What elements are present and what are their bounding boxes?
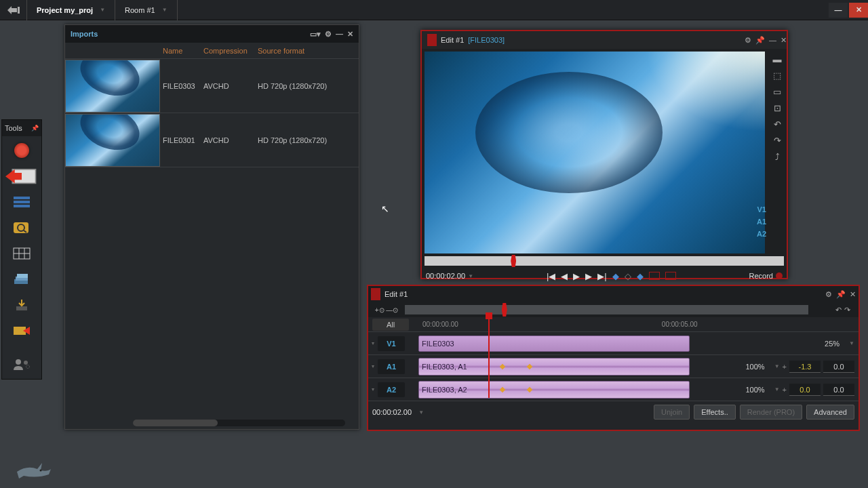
redo-icon[interactable]: ↷ (844, 306, 850, 314)
audio-clip[interactable]: FILE0303, A2 (418, 381, 690, 399)
timecode[interactable]: 00:00:02.00 (426, 272, 465, 280)
chevron-down-icon[interactable]: ▼ (849, 340, 854, 346)
video-clip[interactable]: FILE0303 (418, 336, 690, 352)
crop-icon[interactable]: ▭ (770, 85, 784, 98)
export-tool[interactable] (5, 319, 38, 342)
overview-marker[interactable] (502, 303, 507, 317)
preview-track-labels: V1 A1 A2 (757, 203, 766, 240)
svg-point-18 (26, 365, 30, 369)
import-row[interactable]: FILE0301 AVCHD HD 720p (868x488) (65, 113, 359, 167)
preview-footer: 00:00:02.00 ▼ |◀ ◀ ▶ ▶ ▶| ◆ ◇ ◆ Record (422, 266, 787, 286)
range-out-button[interactable] (665, 272, 676, 280)
mark-in-button[interactable]: ◆ (612, 271, 619, 281)
settings-icon[interactable]: ⚙ (325, 30, 332, 39)
chevron-down-icon[interactable]: ▼ (468, 273, 473, 279)
close-icon[interactable]: ✕ (781, 36, 787, 45)
settings-icon[interactable]: ⚙ (745, 36, 751, 45)
playhead[interactable] (488, 317, 490, 398)
zoom-controls[interactable]: +⊙ —⊙ (368, 306, 405, 314)
imports-header: Imports ▭▾ ⚙ — ✕ (65, 25, 359, 43)
svg-rect-14 (16, 306, 27, 310)
minimize-icon[interactable]: — (336, 30, 343, 39)
preview-scrubber[interactable] (425, 256, 784, 266)
chevron-down-icon: ▼ (162, 7, 167, 13)
room-dropdown[interactable]: Room #1 ▼ (115, 0, 178, 20)
record-tool[interactable] (5, 139, 38, 162)
video-preview[interactable] (425, 52, 765, 253)
gain-input[interactable]: 0.0 (823, 361, 854, 373)
timeline-panel: Edit #1 ⚙ 📌 ✕ +⊙ —⊙ ↶ ↷ All 00:00:00.00 … (367, 285, 860, 431)
mark-button[interactable]: ◇ (625, 271, 631, 281)
back-button[interactable] (0, 0, 27, 20)
minimize-button[interactable]: — (829, 3, 848, 18)
gain-input[interactable]: 0.0 (823, 384, 854, 396)
minimize-icon[interactable]: — (769, 36, 776, 45)
folder-icon[interactable]: ▬ (770, 53, 784, 65)
horizontal-scrollbar[interactable] (133, 420, 345, 426)
chevron-down-icon[interactable]: ▼ (418, 409, 424, 415)
timeline-header: Edit #1 ⚙ 📌 ✕ (368, 286, 859, 302)
users-tool[interactable] (5, 353, 38, 376)
record-button[interactable] (776, 272, 783, 279)
track-label[interactable]: A2 (378, 382, 405, 397)
pin-icon[interactable]: 📌 (836, 290, 846, 299)
render-button[interactable]: Render (PRO) (740, 405, 802, 420)
import-tool[interactable] (5, 165, 38, 188)
window-controls: — ✕ (827, 3, 868, 18)
expand-icon[interactable]: ▾ (368, 386, 378, 392)
timeline-tool[interactable] (5, 190, 38, 214)
chevron-down-icon[interactable]: ▼ (774, 363, 780, 369)
play-button[interactable]: ▶ (573, 271, 580, 281)
stack-tool[interactable] (5, 268, 38, 291)
all-button[interactable]: All (372, 319, 409, 331)
advanced-button[interactable]: Advanced (806, 405, 854, 420)
pin-icon[interactable]: 📌 (755, 36, 765, 45)
safe-icon[interactable]: ⊡ (770, 102, 784, 114)
timeline-timecode[interactable]: 00:00:02.00 (372, 408, 412, 416)
room-label: Room #1 (125, 6, 155, 14)
track-label[interactable]: A1 (378, 359, 405, 374)
chevron-down-icon[interactable]: ▼ (774, 386, 780, 392)
expand-icon[interactable]: ▾ (368, 363, 378, 369)
settings-icon[interactable]: ⚙ (825, 290, 832, 299)
search-tool[interactable] (5, 216, 38, 239)
view-mode-icon[interactable]: ▭▾ (310, 30, 321, 39)
pan-input[interactable]: 0.0 (789, 384, 821, 396)
project-dropdown[interactable]: Project my_proj ▼ (27, 0, 115, 20)
pin-icon[interactable]: 📌 (31, 125, 39, 131)
step-back-button[interactable]: ◀ (561, 271, 568, 281)
close-button[interactable]: ✕ (849, 3, 868, 18)
goto-end-button[interactable]: ▶| (597, 271, 606, 281)
mark-out-button[interactable]: ◆ (637, 271, 644, 281)
thumbnail (65, 114, 160, 167)
fit-icon[interactable]: ⬚ (770, 69, 784, 81)
bookmark-icon[interactable] (427, 34, 437, 46)
bookmark-icon[interactable] (371, 288, 380, 300)
undo-icon[interactable]: ↶ (835, 306, 842, 314)
step-forward-button[interactable]: ▶ (585, 271, 592, 281)
svg-point-16 (16, 359, 21, 365)
unjoin-button[interactable]: Unjoin (654, 405, 690, 420)
expand-icon[interactable]: ▾ (368, 340, 378, 346)
download-tool[interactable] (5, 293, 38, 317)
undo-icon[interactable]: ↶ (770, 118, 784, 130)
preview-panel: Edit #1 [FILE0303] ⚙ 📌 — ✕ ▬ ⬚ ▭ ⊡ ↶ ↷ ⤴… (420, 30, 788, 279)
goto-start-button[interactable]: |◀ (547, 271, 555, 281)
svg-rect-2 (14, 201, 30, 203)
pan-input[interactable]: -1.3 (789, 361, 821, 373)
range-in-button[interactable] (649, 272, 660, 280)
preview-header: Edit #1 [FILE0303] ⚙ 📌 — ✕ (422, 31, 787, 49)
timeline-overview[interactable] (405, 305, 808, 314)
scrub-marker[interactable] (511, 255, 516, 267)
audio-clip[interactable]: FILE0303, A1 (418, 358, 690, 375)
import-row[interactable]: FILE0303 AVCHD HD 720p (868x488) (65, 59, 359, 113)
effects-button[interactable]: Effects.. (694, 405, 736, 420)
timeline-ruler[interactable]: All 00:00:00.00 00:00:05.00 (368, 317, 859, 332)
close-icon[interactable]: ✕ (850, 290, 856, 299)
export-icon[interactable]: ⤴ (770, 150, 784, 163)
grid-tool[interactable] (5, 242, 38, 265)
close-icon[interactable]: ✕ (347, 30, 353, 39)
redo-icon[interactable]: ↷ (770, 134, 784, 146)
imports-panel: Imports ▭▾ ⚙ — ✕ Name Compression Source… (64, 24, 359, 430)
track-label[interactable]: V1 (378, 336, 405, 351)
